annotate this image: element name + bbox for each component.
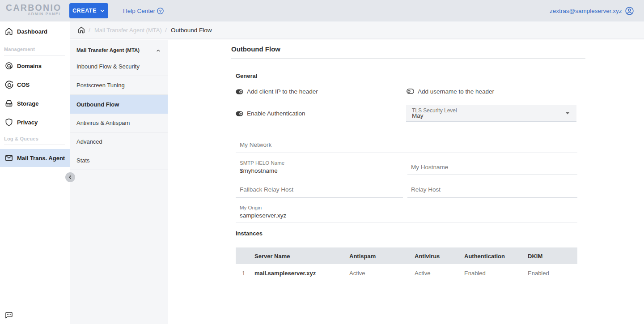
svg-text:?: ?: [159, 9, 162, 13]
